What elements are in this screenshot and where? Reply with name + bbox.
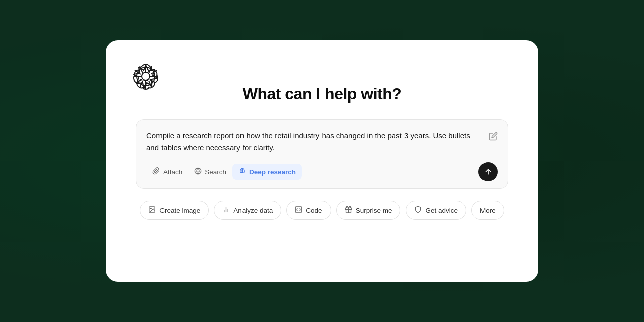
attach-icon	[152, 167, 160, 176]
openai-logo	[130, 60, 162, 93]
chip-surprise-me-label: Surprise me	[356, 207, 392, 214]
search-label: Search	[205, 168, 226, 176]
chip-code[interactable]: Code	[286, 201, 331, 220]
rocket-icon	[238, 167, 246, 176]
main-card: What can I help with? Compile a research…	[106, 40, 538, 282]
chip-analyze-data-label: Analyze data	[233, 207, 273, 214]
input-line2: and tables where necessary for clarity.	[146, 143, 275, 152]
advice-icon	[414, 206, 422, 215]
chip-more-label: More	[480, 207, 496, 214]
input-container: Compile a research report on how the ret…	[136, 119, 508, 189]
chip-create-image[interactable]: Create image	[140, 201, 209, 220]
chip-code-label: Code	[306, 207, 322, 214]
analyze-data-icon	[222, 206, 230, 215]
toolbar: Attach Search	[146, 162, 498, 181]
edit-icon[interactable]	[489, 131, 498, 145]
chip-surprise-me[interactable]: Surprise me	[336, 201, 401, 220]
chip-analyze-data[interactable]: Analyze data	[214, 201, 281, 220]
globe-icon	[194, 167, 202, 176]
deep-research-label: Deep research	[249, 168, 296, 176]
code-icon	[295, 206, 302, 215]
chip-get-advice-label: Get advice	[425, 207, 458, 214]
svg-point-17	[151, 208, 152, 209]
page-title: What can I help with?	[243, 85, 402, 103]
create-image-icon	[148, 206, 156, 215]
search-button[interactable]: Search	[188, 164, 232, 180]
input-line1: Compile a research report on how the ret…	[146, 131, 470, 140]
svg-point-0	[142, 72, 150, 80]
input-text-content: Compile a research report on how the ret…	[146, 130, 489, 154]
chip-get-advice[interactable]: Get advice	[406, 201, 466, 220]
chip-more[interactable]: More	[471, 201, 504, 220]
suggestion-chips: Create image Analyze data Code	[140, 201, 504, 220]
attach-label: Attach	[163, 168, 182, 176]
input-text-area: Compile a research report on how the ret…	[146, 130, 498, 154]
send-button[interactable]	[478, 162, 498, 181]
attach-button[interactable]: Attach	[146, 164, 188, 180]
surprise-icon	[345, 206, 352, 215]
deep-research-button[interactable]: Deep research	[232, 164, 302, 180]
chip-create-image-label: Create image	[159, 207, 200, 214]
